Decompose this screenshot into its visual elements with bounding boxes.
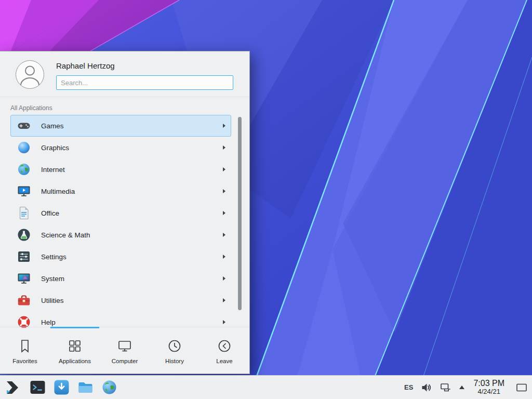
menu-item-label: Science & Math [41, 231, 90, 239]
section-label: All Applications [10, 104, 52, 112]
submenu-arrow-icon [223, 233, 225, 237]
tab-label: Applications [59, 358, 91, 364]
menu-item-label: Help [41, 318, 56, 326]
menu-item-office[interactable]: Office [10, 202, 231, 224]
settings-icon [17, 250, 31, 263]
menu-item-label: Settings [41, 253, 66, 261]
software-center-icon[interactable] [54, 379, 70, 395]
office-icon [17, 206, 31, 220]
submenu-arrow-icon [223, 124, 225, 128]
show-desktop-button[interactable] [512, 376, 531, 399]
menu-item-label: Internet [41, 166, 65, 174]
menu-item-label: System [41, 275, 64, 283]
menu-item-label: Utilities [41, 297, 64, 304]
clock-date: 4/24/21 [478, 388, 500, 396]
menu-item-label: Office [41, 209, 59, 217]
tab-leave[interactable]: Leave [200, 327, 249, 374]
games-icon [17, 119, 31, 132]
menu-item-graphics[interactable]: Graphics [10, 137, 231, 158]
tab-computer[interactable]: Computer [100, 327, 150, 374]
launcher-header: Raphael Hertzog [0, 51, 249, 97]
help-icon [17, 315, 31, 328]
menu-item-label: Games [41, 122, 64, 130]
launcher-tab-bar: Favorites Applications [0, 327, 249, 374]
menu-item-science-math[interactable]: Science & Math [10, 224, 231, 246]
active-tab-indicator [50, 327, 99, 328]
menu-item-system[interactable]: System [10, 268, 231, 289]
network-icon[interactable] [440, 382, 451, 393]
tab-label: Computer [112, 358, 138, 364]
user-name: Raphael Hertzog [56, 61, 115, 70]
kde-menu-icon[interactable] [3, 378, 22, 397]
user-avatar[interactable] [16, 60, 44, 89]
submenu-arrow-icon [223, 167, 225, 171]
submenu-arrow-icon [223, 298, 225, 302]
clock-icon [167, 338, 182, 354]
internet-icon [17, 163, 31, 176]
science-icon [17, 228, 31, 242]
menu-item-multimedia[interactable]: Multimedia [10, 180, 231, 202]
utilities-icon [17, 294, 31, 307]
menu-item-games[interactable]: Games [10, 115, 231, 137]
submenu-arrow-icon [223, 276, 225, 281]
tab-label: History [165, 358, 184, 364]
bookmark-icon [17, 338, 33, 354]
graphics-icon [17, 141, 31, 154]
scrollbar[interactable] [238, 117, 242, 326]
submenu-arrow-icon [223, 189, 225, 193]
tab-favorites[interactable]: Favorites [0, 327, 50, 374]
tab-applications[interactable]: Applications [50, 327, 100, 374]
menu-item-help[interactable]: Help [10, 311, 231, 328]
menu-item-utilities[interactable]: Utilities [10, 289, 231, 311]
submenu-arrow-icon [223, 255, 225, 259]
system-tray: ES 7:03 PM 4/24/21 [404, 376, 532, 399]
menu-item-label: Graphics [41, 144, 69, 152]
monitor-icon [117, 338, 132, 354]
search-input[interactable] [56, 75, 233, 90]
tab-history[interactable]: History [150, 327, 200, 374]
desktop: Raphael Hertzog All Applications Games [0, 0, 532, 399]
terminal-icon[interactable] [30, 379, 46, 395]
keyboard-layout-indicator[interactable]: ES [404, 383, 413, 391]
menu-item-label: Multimedia [41, 188, 75, 195]
tab-label: Leave [216, 358, 232, 364]
system-icon [17, 272, 31, 285]
scrollbar-thumb[interactable] [238, 117, 242, 310]
submenu-arrow-icon [223, 145, 225, 150]
digital-clock[interactable]: 7:03 PM 4/24/21 [473, 379, 504, 395]
menu-item-settings[interactable]: Settings [10, 246, 231, 268]
tab-label: Favorites [12, 358, 37, 364]
menu-item-internet[interactable]: Internet [10, 158, 231, 180]
application-launcher-menu: Raphael Hertzog All Applications Games [0, 51, 250, 374]
submenu-arrow-icon [223, 320, 225, 324]
grid-icon [67, 338, 83, 354]
volume-icon[interactable] [421, 382, 432, 393]
web-browser-icon[interactable] [101, 379, 117, 395]
taskbar: ES 7:03 PM 4/24/21 [0, 375, 532, 399]
submenu-arrow-icon [223, 211, 225, 215]
multimedia-icon [17, 184, 31, 198]
leave-icon [217, 338, 232, 354]
application-category-list: Games Graphics [10, 115, 231, 328]
file-manager-icon[interactable] [77, 379, 94, 395]
caret-up-icon[interactable] [459, 385, 464, 389]
clock-time: 7:03 PM [473, 379, 504, 388]
